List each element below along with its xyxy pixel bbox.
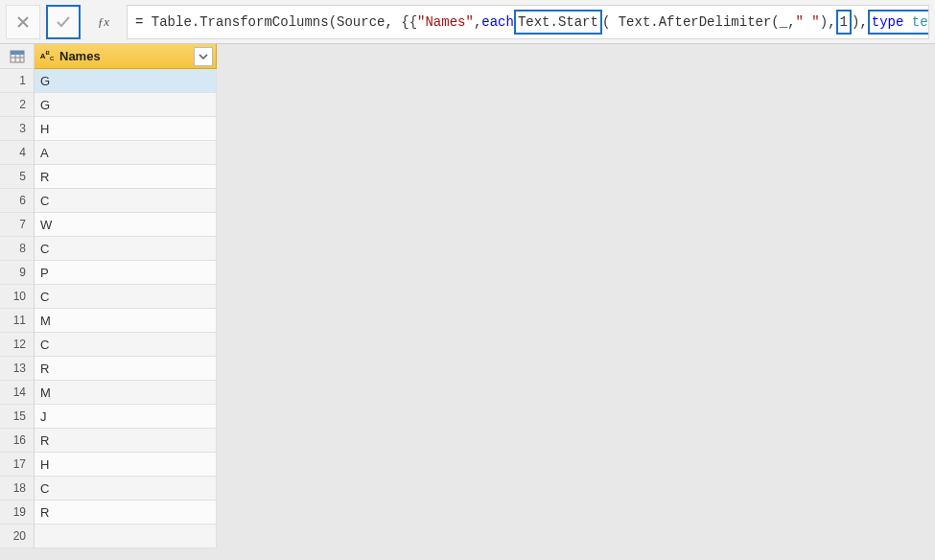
- row-number[interactable]: 19: [0, 501, 34, 525]
- select-all-button[interactable]: [0, 44, 34, 69]
- data-cell[interactable]: R: [35, 429, 217, 453]
- row-number[interactable]: 10: [0, 285, 34, 309]
- formula-token-column: "Names": [417, 14, 474, 30]
- row-number[interactable]: 12: [0, 333, 34, 357]
- row-number[interactable]: 15: [0, 405, 34, 429]
- data-cell[interactable]: H: [35, 453, 217, 477]
- row-number[interactable]: 3: [0, 117, 34, 141]
- row-number[interactable]: 7: [0, 213, 34, 237]
- data-cell[interactable]: C: [35, 237, 217, 261]
- data-cell[interactable]: P: [35, 261, 217, 285]
- formula-token-typevalue: text: [912, 14, 929, 30]
- row-number[interactable]: 2: [0, 93, 34, 117]
- row-number[interactable]: 20: [0, 525, 34, 548]
- formula-sep: ,: [474, 14, 481, 30]
- data-cell[interactable]: J: [35, 405, 217, 429]
- data-cell[interactable]: A: [35, 141, 217, 165]
- row-number[interactable]: 9: [0, 261, 34, 285]
- formula-token-each: each: [481, 14, 514, 30]
- row-number[interactable]: 13: [0, 357, 34, 381]
- close-icon: [16, 15, 30, 29]
- formula-token-type: type: [872, 14, 904, 30]
- chevron-down-icon: [199, 52, 208, 61]
- fx-icon: ƒx: [98, 14, 109, 30]
- table-icon: [10, 50, 25, 63]
- cancel-button[interactable]: [6, 5, 40, 39]
- formula-token-one: 1: [836, 10, 852, 35]
- row-number[interactable]: 4: [0, 141, 34, 165]
- data-cell[interactable]: G: [35, 69, 217, 93]
- row-number[interactable]: 14: [0, 381, 34, 405]
- column-filter-button[interactable]: [194, 47, 213, 66]
- data-cell[interactable]: C: [35, 189, 217, 213]
- svg-rect-1: [11, 51, 24, 55]
- data-cell[interactable]: M: [35, 381, 217, 405]
- row-number-gutter: 1234567891011121314151617181920: [0, 44, 35, 548]
- column-type-button[interactable]: ABC: [38, 49, 56, 62]
- data-cell[interactable]: H: [35, 117, 217, 141]
- confirm-button[interactable]: [46, 5, 81, 39]
- data-cell[interactable]: R: [35, 357, 217, 381]
- formula-bar: ƒx = Table.TransformColumns(Source, {{ "…: [0, 0, 935, 44]
- row-number[interactable]: 8: [0, 237, 34, 261]
- row-number[interactable]: 17: [0, 453, 34, 477]
- data-cell[interactable]: C: [35, 333, 217, 357]
- check-icon: [56, 14, 71, 30]
- data-cell[interactable]: W: [35, 213, 217, 237]
- row-number[interactable]: 11: [0, 309, 34, 333]
- column-name-label: Names: [59, 49, 190, 63]
- data-cell[interactable]: [35, 525, 217, 548]
- data-cell[interactable]: M: [35, 309, 217, 333]
- column-header[interactable]: ABC Names: [35, 44, 217, 69]
- data-cell[interactable]: R: [35, 165, 217, 189]
- data-grid: 1234567891011121314151617181920 ABC Name…: [0, 44, 935, 548]
- column-names: ABC Names GGHARCWCPCMCRMJRHCR: [35, 44, 217, 548]
- row-number[interactable]: 1: [0, 69, 34, 93]
- data-cell[interactable]: G: [35, 93, 217, 117]
- formula-token-textstart: Text.Start: [514, 10, 602, 35]
- row-number[interactable]: 6: [0, 189, 34, 213]
- formula-paren: ( Text.AfterDelimiter(_,: [602, 14, 796, 30]
- formula-token-delim: " ": [796, 14, 820, 30]
- formula-input[interactable]: = Table.TransformColumns(Source, {{ "Nam…: [127, 5, 929, 39]
- formula-text-prefix: = Table.TransformColumns(Source, {{: [135, 14, 417, 30]
- row-number[interactable]: 18: [0, 477, 34, 501]
- data-cell[interactable]: R: [35, 501, 217, 525]
- row-number[interactable]: 16: [0, 429, 34, 453]
- data-cell[interactable]: C: [35, 477, 217, 501]
- fx-button[interactable]: ƒx: [86, 5, 121, 39]
- row-number[interactable]: 5: [0, 165, 34, 189]
- data-cell[interactable]: C: [35, 285, 217, 309]
